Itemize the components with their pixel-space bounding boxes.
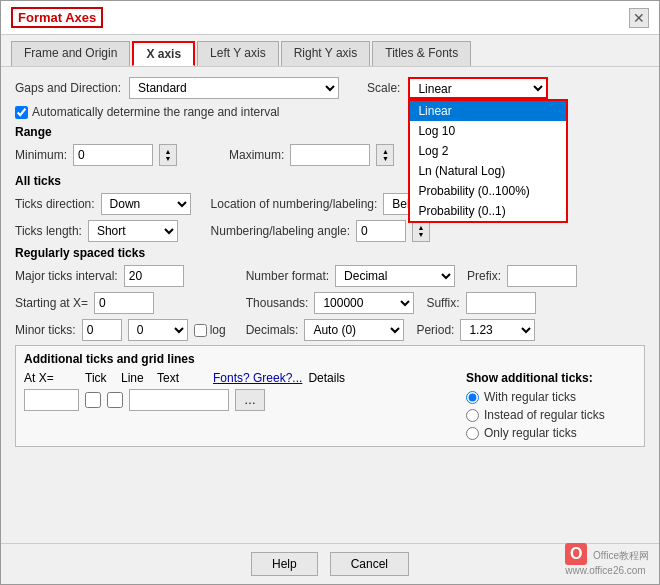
ticks-length-row: Ticks length: ShortMediumLong — [15, 220, 191, 242]
radio-only-regular: Only regular ticks — [466, 426, 636, 440]
regular-ticks-section: Regularly spaced ticks Major ticks inter… — [15, 246, 645, 341]
period-label: Period: — [416, 323, 454, 337]
start-row: Starting at X= — [15, 292, 226, 314]
additional-left: At X= Tick Line Text Fonts? Greek?... De… — [24, 371, 456, 440]
radio-with-regular-input[interactable] — [466, 391, 479, 404]
min-field: Minimum: ▲▼ — [15, 144, 177, 166]
auto-range-checkbox[interactable] — [15, 106, 28, 119]
decimals-label: Decimals: — [246, 323, 299, 337]
angle-input[interactable] — [356, 220, 406, 242]
prefix-label: Prefix: — [467, 269, 501, 283]
col-tick-header: Tick — [85, 371, 115, 385]
content-area: Gaps and Direction: Standard None Large … — [1, 67, 659, 543]
minor-select[interactable]: 0125 — [128, 319, 188, 341]
max-input[interactable] — [290, 144, 370, 166]
additional-right: Show additional ticks: With regular tick… — [466, 371, 636, 440]
location-label: Location of numbering/labeling: — [211, 197, 378, 211]
add-details-btn-1[interactable]: … — [235, 389, 265, 411]
cancel-button[interactable]: Cancel — [330, 552, 409, 576]
angle-row: Numbering/labeling angle: ▲▼ — [211, 220, 534, 242]
numfmt-row: Number format: DecimalScientificInteger … — [246, 265, 577, 287]
suffix-label: Suffix: — [426, 296, 459, 310]
tab-frame-and-origin[interactable]: Frame and Origin — [11, 41, 130, 66]
tab-right-y-axis[interactable]: Right Y axis — [281, 41, 371, 66]
scale-dropdown-container: Linear Log 10 Log 2 Ln (Natural Log) Pro… — [408, 77, 548, 99]
min-spinner[interactable]: ▲▼ — [159, 144, 177, 166]
decimals-select[interactable]: Auto (0)012 — [304, 319, 404, 341]
scale-option-log2[interactable]: Log 2 — [410, 141, 566, 161]
scale-dropdown-open: Linear Log 10 Log 2 Ln (Natural Log) Pro… — [408, 99, 568, 223]
col-text-header: Text — [157, 371, 207, 385]
radio-with-regular-label: With regular ticks — [484, 390, 576, 404]
add-line-cb-1[interactable] — [107, 392, 123, 408]
dialog-title: Format Axes — [11, 7, 103, 28]
prefix-input[interactable] — [507, 265, 577, 287]
title-bar: Format Axes ✕ — [1, 1, 659, 35]
tab-titles-fonts[interactable]: Titles & Fonts — [372, 41, 471, 66]
additional-body: At X= Tick Line Text Fonts? Greek?... De… — [24, 371, 636, 440]
help-button[interactable]: Help — [251, 552, 318, 576]
col-details-header: Details — [308, 371, 348, 385]
thousands-label: Thousands: — [246, 296, 309, 310]
direction-label: Ticks direction: — [15, 197, 95, 211]
minor-input[interactable] — [82, 319, 122, 341]
start-input[interactable] — [94, 292, 154, 314]
suffix-input[interactable] — [466, 292, 536, 314]
add-text-input-1[interactable] — [129, 389, 229, 411]
regular-ticks-title: Regularly spaced ticks — [15, 246, 645, 260]
close-button[interactable]: ✕ — [629, 8, 649, 28]
start-label: Starting at X= — [15, 296, 88, 310]
log-checkbox-row: log — [194, 323, 226, 337]
numfmt-select[interactable]: DecimalScientificInteger — [335, 265, 455, 287]
regular-left-col: Major ticks interval: Starting at X= Min… — [15, 265, 226, 341]
log-checkbox[interactable] — [194, 324, 207, 337]
radio-only-regular-label: Only regular ticks — [484, 426, 577, 440]
period-select[interactable]: 1.231,23 — [460, 319, 535, 341]
col-atx-header: At X= — [24, 371, 79, 385]
add-tick-cb-1[interactable] — [85, 392, 101, 408]
scale-option-prob1[interactable]: Probability (0..1) — [410, 201, 566, 221]
decimals-row: Decimals: Auto (0)012 Period: 1.231,23 — [246, 319, 577, 341]
radio-instead-input[interactable] — [466, 409, 479, 422]
angle-spinner[interactable]: ▲▼ — [412, 220, 430, 242]
details-dots-1: … — [244, 393, 256, 407]
radio-instead-label: Instead of regular ticks — [484, 408, 605, 422]
gaps-select[interactable]: Standard None Large — [129, 77, 339, 99]
show-additional-label: Show additional ticks: — [466, 371, 636, 385]
add-atx-input-1[interactable] — [24, 389, 79, 411]
additional-section: Additional ticks and grid lines At X= Ti… — [15, 345, 645, 447]
scale-option-ln[interactable]: Ln (Natural Log) — [410, 161, 566, 181]
major-label: Major ticks interval: — [15, 269, 118, 283]
numfmt-label: Number format: — [246, 269, 329, 283]
regular-right-col: Number format: DecimalScientificInteger … — [246, 265, 577, 341]
scale-option-log10[interactable]: Log 10 — [410, 121, 566, 141]
auto-range-label: Automatically determine the range and in… — [32, 105, 279, 119]
tab-x-axis[interactable]: X axis — [132, 41, 195, 66]
scale-option-linear[interactable]: Linear — [410, 101, 566, 121]
col-fonts-header[interactable]: Fonts? Greek?... — [213, 371, 302, 385]
additional-title: Additional ticks and grid lines — [24, 352, 636, 366]
max-spinner[interactable]: ▲▼ — [376, 144, 394, 166]
tab-bar: Frame and Origin X axis Left Y axis Righ… — [1, 35, 659, 67]
scale-select[interactable]: Linear Log 10 Log 2 Ln (Natural Log) Pro… — [408, 77, 548, 99]
additional-grid-header: At X= Tick Line Text Fonts? Greek?... De… — [24, 371, 456, 385]
ticks-length-select[interactable]: ShortMediumLong — [88, 220, 178, 242]
gaps-scale-row: Gaps and Direction: Standard None Large … — [15, 77, 645, 99]
watermark: O Office教程网www.office26.com — [565, 543, 649, 576]
scale-option-prob100[interactable]: Probability (0..100%) — [410, 181, 566, 201]
gaps-label: Gaps and Direction: — [15, 81, 121, 95]
thousands-row: Thousands: 1000001,000None Suffix: — [246, 292, 577, 314]
thousands-select[interactable]: 1000001,000None — [314, 292, 414, 314]
max-label: Maximum: — [229, 148, 284, 162]
length-label: Ticks length: — [15, 224, 82, 238]
major-input[interactable] — [124, 265, 184, 287]
ticks-direction-select[interactable]: DownUpBothNone — [101, 193, 191, 215]
ticks-left-col: Ticks direction: DownUpBothNone Ticks le… — [15, 193, 191, 242]
radio-only-regular-input[interactable] — [466, 427, 479, 440]
log-label: log — [210, 323, 226, 337]
col-line-header: Line — [121, 371, 151, 385]
min-input[interactable] — [73, 144, 153, 166]
tab-left-y-axis[interactable]: Left Y axis — [197, 41, 279, 66]
scale-label: Scale: — [367, 81, 400, 95]
minor-label: Minor ticks: — [15, 323, 76, 337]
